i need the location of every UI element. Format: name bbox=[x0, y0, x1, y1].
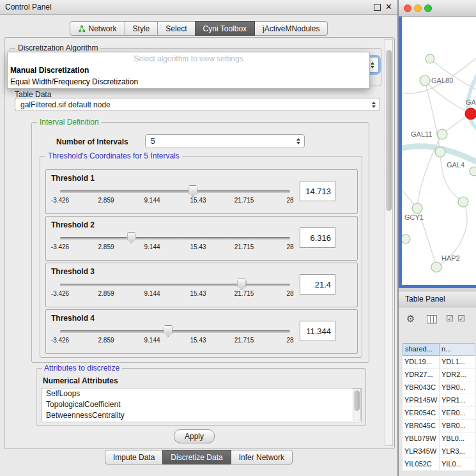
selected-node[interactable] bbox=[465, 108, 476, 119]
slider-track[interactable] bbox=[60, 190, 290, 193]
panel-scrollbar[interactable] bbox=[385, 39, 393, 446]
node[interactable] bbox=[420, 75, 430, 86]
control-panel: Control Panel ✕ Network Style Select Cyn… bbox=[0, 0, 397, 476]
network-nodes[interactable] bbox=[402, 54, 476, 272]
tab-impute-data[interactable]: Impute Data bbox=[105, 450, 163, 464]
tick-label: 2.859 bbox=[98, 290, 114, 297]
cell[interactable]: YDR2... bbox=[440, 369, 475, 381]
attributes-group: Attributes to discretize Numerical Attri… bbox=[36, 368, 366, 426]
node-labels: GAL80 GA GAL11 GAL4 GCY1 HAP2 bbox=[404, 77, 476, 262]
select-columns-icon[interactable]: ☑ bbox=[457, 314, 465, 324]
network-window-titlebar[interactable] bbox=[399, 0, 476, 17]
slider-thumb[interactable] bbox=[237, 279, 247, 290]
slider-thumb[interactable] bbox=[164, 325, 173, 337]
node[interactable] bbox=[458, 197, 468, 207]
cell[interactable]: YBR0... bbox=[440, 420, 475, 432]
interval-definition-group: Interval Definition Number of Intervals … bbox=[31, 122, 369, 363]
node[interactable] bbox=[431, 262, 441, 272]
table-row[interactable]: YPR145WYPR1... bbox=[403, 394, 475, 407]
cell[interactable]: YIL0... bbox=[440, 458, 475, 470]
cell[interactable]: YDR27... bbox=[403, 369, 440, 381]
list-scrollbar[interactable] bbox=[353, 388, 361, 420]
cell[interactable]: YER054C bbox=[403, 407, 440, 419]
node[interactable] bbox=[412, 203, 422, 213]
scrollbar-thumb[interactable] bbox=[354, 390, 360, 411]
tab-label: jActiveMNodules bbox=[263, 24, 319, 33]
tab-network[interactable]: Network bbox=[70, 21, 125, 36]
slider-track[interactable] bbox=[60, 237, 290, 240]
table-data-combobox[interactable]: galFiltered.sif default node bbox=[15, 98, 380, 111]
network-canvas[interactable]: GAL80 GA GAL11 GAL4 GCY1 HAP2 bbox=[402, 17, 476, 285]
cell[interactable]: YLR345W bbox=[403, 445, 440, 457]
mac-close-button[interactable] bbox=[404, 4, 411, 12]
apply-button[interactable]: Apply bbox=[174, 429, 215, 443]
tab-style[interactable]: Style bbox=[125, 21, 158, 36]
columns-icon[interactable] bbox=[427, 315, 437, 324]
list-item[interactable]: BetweennessCentrality bbox=[42, 410, 361, 421]
cell[interactable]: YPR145W bbox=[403, 394, 440, 406]
node[interactable] bbox=[426, 54, 434, 63]
table-row[interactable]: YDR27...YDR2... bbox=[403, 369, 475, 381]
table-row[interactable]: YBR043CYBR0... bbox=[403, 381, 475, 394]
tab-discretize-data[interactable]: Discretize Data bbox=[162, 450, 231, 464]
cell[interactable]: YBR0... bbox=[440, 381, 475, 394]
column-header-shared-name[interactable]: shared... bbox=[403, 343, 440, 356]
mac-minimize-button[interactable] bbox=[414, 4, 422, 12]
slider-thumb[interactable] bbox=[188, 185, 197, 197]
close-icon[interactable]: ✕ bbox=[385, 4, 392, 10]
threshold-label: Threshold 2 bbox=[51, 220, 95, 229]
cell[interactable]: YDL1... bbox=[440, 356, 475, 368]
slider-track[interactable] bbox=[60, 330, 290, 333]
float-window-icon[interactable] bbox=[374, 4, 381, 11]
threshold-value-field[interactable]: 6.316 bbox=[300, 227, 335, 248]
node[interactable] bbox=[435, 147, 445, 157]
select-all-icon[interactable]: ☑ bbox=[446, 314, 454, 324]
algorithm-dropdown: Select algorithm to view settings Manual… bbox=[7, 52, 370, 89]
list-item[interactable]: TopologicalCoefficient bbox=[42, 399, 361, 410]
mac-zoom-button[interactable] bbox=[424, 4, 432, 12]
cell[interactable]: YLR3... bbox=[440, 445, 475, 457]
tab-label: Infer Network bbox=[239, 453, 284, 462]
node[interactable] bbox=[437, 129, 447, 139]
slider-track[interactable] bbox=[60, 284, 290, 286]
tick-label: 15.43 bbox=[190, 243, 206, 250]
node-label: GAL80 bbox=[431, 77, 453, 84]
cell[interactable]: YDL19... bbox=[403, 356, 440, 368]
cell[interactable]: YPR1... bbox=[440, 394, 475, 406]
dropdown-option-equal-width[interactable]: Equal Width/Frequency Discretization bbox=[8, 76, 369, 88]
table-row[interactable]: YDL19...YDL1... bbox=[403, 356, 475, 369]
table-row[interactable]: YIL052CYIL0... bbox=[403, 458, 475, 471]
tick-label: 28 bbox=[286, 290, 293, 297]
dropdown-option-manual[interactable]: Manual Discretization bbox=[8, 65, 369, 76]
table-row[interactable]: YLR345WYLR3... bbox=[403, 445, 475, 458]
cell[interactable]: YBR045C bbox=[403, 420, 440, 432]
node[interactable] bbox=[470, 167, 476, 176]
tab-infer-network[interactable]: Infer Network bbox=[231, 450, 293, 464]
intervals-count-combobox[interactable]: 5 bbox=[145, 134, 305, 148]
list-item[interactable]: SelfLoops bbox=[42, 388, 361, 399]
tab-jactivemnodules[interactable]: jActiveMNodules bbox=[254, 21, 328, 36]
cell[interactable]: YBL079W bbox=[403, 433, 440, 445]
scrollbar-thumb[interactable] bbox=[386, 50, 392, 211]
bottom-tab-bar: Impute Data Discretize Data Infer Networ… bbox=[0, 450, 397, 464]
threshold-value-field[interactable]: 14.713 bbox=[300, 181, 335, 201]
table-row[interactable]: YBR045CYBR0... bbox=[403, 420, 475, 433]
threshold-value-field[interactable]: 21.4 bbox=[300, 274, 335, 295]
node[interactable] bbox=[402, 234, 410, 243]
cell[interactable]: YER0... bbox=[440, 407, 475, 419]
tab-cyni-toolbox[interactable]: Cyni Toolbox bbox=[195, 21, 255, 36]
table-row[interactable]: YER054CYER0... bbox=[403, 407, 475, 420]
cell[interactable]: YBL0... bbox=[440, 433, 475, 445]
group-title-attributes: Attributes to discretize bbox=[42, 364, 122, 372]
threshold-4-panel: Threshold 4 -3.426 2.859 9.144 15.43 21.… bbox=[45, 309, 358, 354]
threshold-value-field[interactable]: 11.344 bbox=[300, 321, 335, 341]
cell[interactable]: YBR043C bbox=[403, 381, 440, 394]
table-row[interactable]: YBL079WYBL0... bbox=[403, 433, 475, 445]
slider-thumb[interactable] bbox=[127, 232, 136, 243]
attributes-list[interactable]: SelfLoops TopologicalCoefficient Between… bbox=[42, 388, 362, 422]
cell[interactable]: YIL052C bbox=[403, 458, 440, 470]
table-panel-header[interactable]: Table Panel bbox=[399, 291, 476, 307]
column-header-name[interactable]: n... bbox=[440, 343, 475, 356]
gear-icon[interactable]: ⚙ bbox=[406, 314, 415, 324]
tab-select[interactable]: Select bbox=[157, 21, 195, 36]
